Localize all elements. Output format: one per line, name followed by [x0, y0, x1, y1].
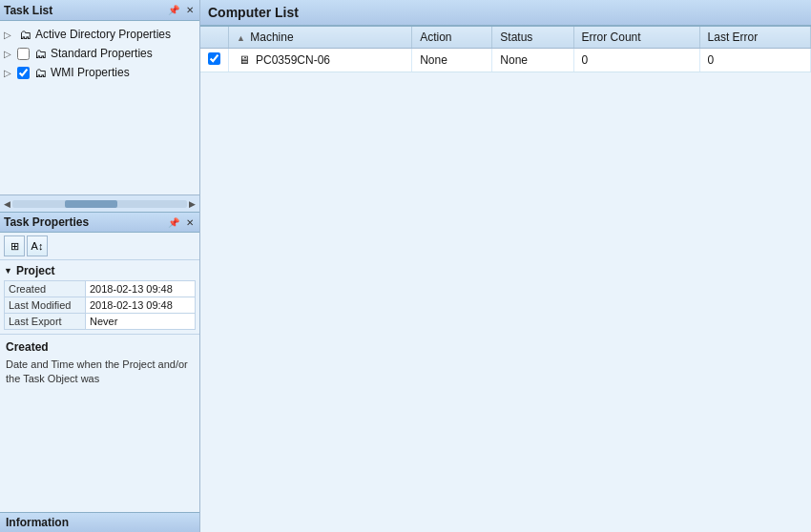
task-properties-title: Task Properties: [4, 215, 89, 229]
col-header-status[interactable]: Status: [492, 27, 573, 49]
scroll-track[interactable]: [12, 200, 187, 208]
row-action-value: None: [420, 53, 447, 67]
props-pin-button[interactable]: 📌: [166, 217, 181, 228]
tree-label-standard-properties: Standard Properties: [51, 47, 153, 60]
table-row[interactable]: 🖥 PC0359CN-06 None None 0: [200, 49, 811, 72]
tree-item-active-directory[interactable]: ▷ 🗂 Active Directory Properties: [2, 25, 198, 44]
task-properties-toolbar: ⊞ A↕: [0, 233, 199, 260]
props-value-last-export: Never: [86, 314, 196, 330]
task-list-header: Task List 📌 ✕: [0, 0, 199, 21]
col-header-machine[interactable]: ▲ Machine: [229, 27, 412, 49]
sort-alpha-button[interactable]: A↕: [27, 235, 48, 256]
computer-list-header: Computer List: [200, 0, 811, 27]
props-label-created: Created: [5, 281, 86, 297]
row-check-cell[interactable]: [200, 49, 229, 72]
folder-icon-wmi-properties: 🗂: [32, 65, 48, 80]
row-status-cell: None: [492, 49, 573, 72]
task-list-title: Task List: [4, 4, 52, 17]
computer-icon: 🖥: [237, 53, 252, 67]
props-value-last-modified: 2018-02-13 09:48: [86, 297, 196, 314]
row-status-value: None: [500, 53, 528, 67]
props-value-created: 2018-02-13 09:48: [86, 281, 196, 297]
expander-active-directory[interactable]: ▷: [4, 30, 17, 40]
checkbox-wmi-properties[interactable]: [17, 67, 30, 79]
machine-cell-content: 🖥 PC0359CN-06: [237, 53, 404, 67]
info-bar: Information: [0, 512, 199, 532]
section-collapse-icon[interactable]: ▼: [4, 266, 12, 276]
tree-label-wmi-properties: WMI Properties: [51, 66, 130, 79]
tree-label-active-directory: Active Directory Properties: [35, 28, 171, 41]
col-header-check: [200, 27, 229, 49]
task-props-header-icons: 📌 ✕: [166, 217, 196, 228]
project-section-header: ▼ Project: [4, 264, 196, 277]
project-section-title: Project: [16, 264, 55, 277]
col-header-error-count[interactable]: Error Count: [573, 27, 699, 49]
description-text: Date and Time when the Project and/or th…: [6, 358, 194, 387]
sort-category-icon: ⊞: [10, 240, 19, 253]
props-label-last-modified: Last Modified: [5, 297, 86, 314]
row-last-error-value: 0: [708, 53, 715, 67]
row-error-count-cell: 0: [573, 49, 699, 72]
tree-item-standard-properties[interactable]: ▷ 🗂 Standard Properties: [2, 44, 198, 63]
row-machine-cell: 🖥 PC0359CN-06: [229, 49, 412, 72]
tree-item-wmi-properties[interactable]: ▷ 🗂 WMI Properties: [2, 63, 198, 82]
props-label-last-export: Last Export: [5, 314, 86, 330]
scroll-right-arrow[interactable]: ▶: [187, 199, 198, 209]
info-bar-label: Information: [6, 516, 69, 529]
checkbox-standard-properties[interactable]: [17, 48, 30, 60]
task-tree: ▷ 🗂 Active Directory Properties ▷ 🗂 Stan…: [0, 21, 199, 194]
scroll-thumb[interactable]: [65, 200, 117, 208]
col-header-last-error[interactable]: Last Error: [699, 27, 810, 49]
folder-icon-standard-properties: 🗂: [32, 46, 48, 61]
props-row-created: Created 2018-02-13 09:48: [5, 281, 196, 297]
col-header-action[interactable]: Action: [412, 27, 492, 49]
props-row-last-export: Last Export Never: [5, 314, 196, 330]
row-last-error-cell: 0: [699, 49, 810, 72]
description-title: Created: [6, 340, 194, 354]
computer-list-title: Computer List: [208, 5, 299, 20]
computer-list-content: ▲ Machine Action Status Error Count: [200, 27, 811, 532]
props-close-button[interactable]: ✕: [184, 217, 196, 228]
expander-standard-properties[interactable]: ▷: [4, 49, 17, 59]
sort-category-button[interactable]: ⊞: [4, 235, 25, 256]
row-error-count-value: 0: [582, 53, 589, 67]
project-section: ▼ Project Created 2018-02-13 09:48 Last …: [0, 260, 199, 334]
row-checkbox[interactable]: [208, 52, 220, 65]
task-list-scrollbar[interactable]: ◀ ▶: [0, 194, 199, 212]
row-action-cell: None: [412, 49, 492, 72]
sort-alpha-icon: A↕: [31, 240, 44, 252]
description-area: Created Date and Time when the Project a…: [0, 334, 199, 512]
close-button[interactable]: ✕: [184, 5, 196, 15]
folder-icon-active-directory: 🗂: [17, 27, 32, 42]
row-machine-value: PC0359CN-06: [256, 53, 330, 67]
expander-wmi-properties[interactable]: ▷: [4, 68, 17, 78]
props-row-last-modified: Last Modified 2018-02-13 09:48: [5, 297, 196, 314]
computer-table: ▲ Machine Action Status Error Count: [200, 27, 811, 72]
table-header-row: ▲ Machine Action Status Error Count: [200, 27, 811, 49]
scroll-left-arrow[interactable]: ◀: [2, 199, 12, 209]
sort-icon-machine: ▲: [237, 33, 245, 43]
pin-button[interactable]: 📌: [166, 5, 181, 15]
task-properties-header: Task Properties 📌 ✕: [0, 212, 199, 233]
task-list-header-icons: 📌 ✕: [166, 5, 196, 15]
properties-table: Created 2018-02-13 09:48 Last Modified 2…: [4, 280, 196, 330]
